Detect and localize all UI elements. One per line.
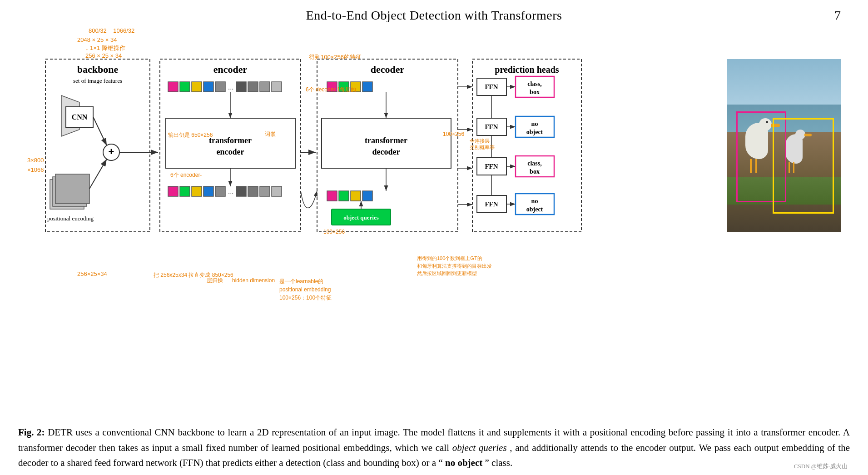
- svg-rect-39: [272, 186, 282, 196]
- page-title: End-to-End Object Detection with Transfo…: [306, 8, 562, 23]
- svg-rect-24: [248, 82, 258, 92]
- svg-rect-54: [351, 191, 361, 201]
- svg-rect-52: [327, 191, 337, 201]
- svg-rect-31: [180, 186, 190, 196]
- svg-text:class,: class,: [527, 80, 542, 87]
- annotation-100-features: 得到100×256的特征: [309, 54, 362, 61]
- svg-line-10: [89, 159, 107, 189]
- annotation-dimensions-top: 800/32 1066/32: [89, 27, 134, 35]
- svg-text:decoder: decoder: [372, 147, 400, 156]
- svg-rect-20: [203, 82, 213, 92]
- caption-italic: object queries: [452, 442, 507, 453]
- svg-text:FFN: FFN: [485, 200, 498, 208]
- svg-text:...: ...: [228, 83, 234, 91]
- svg-rect-85: [477, 195, 506, 213]
- svg-rect-6: [50, 180, 84, 209]
- svg-text:...: ...: [228, 187, 234, 195]
- svg-rect-25: [260, 82, 270, 92]
- svg-rect-76: [516, 116, 554, 137]
- annotation-quanlian: 全连接层类别概率等: [470, 138, 495, 151]
- svg-rect-49: [322, 118, 451, 168]
- svg-text:object queries: object queries: [343, 214, 379, 221]
- svg-rect-53: [339, 191, 349, 201]
- svg-text:prediction heads: prediction heads: [495, 65, 559, 75]
- svg-text:decoder: decoder: [371, 64, 405, 75]
- annotation-layernorm: 层归操 hidden dimension: [207, 277, 275, 285]
- annotation-size1: 2048 × 25 × 34: [77, 36, 117, 44]
- svg-rect-7: [53, 177, 87, 206]
- svg-text:encoder: encoder: [213, 64, 248, 75]
- svg-rect-32: [192, 186, 202, 196]
- svg-rect-82: [516, 156, 554, 177]
- svg-rect-34: [215, 186, 225, 196]
- svg-rect-23: [236, 82, 246, 92]
- svg-rect-15: [160, 59, 301, 232]
- page-header: End-to-End Object Detection with Transfo…: [0, 0, 868, 23]
- svg-text:FFN: FFN: [485, 163, 498, 170]
- svg-rect-30: [168, 186, 178, 196]
- svg-text:FFN: FFN: [485, 83, 498, 90]
- fig-label: Fig. 2:: [18, 427, 45, 438]
- svg-rect-43: [317, 59, 458, 232]
- svg-rect-17: [168, 82, 178, 92]
- svg-text:transformer: transformer: [209, 136, 252, 145]
- svg-rect-88: [516, 194, 554, 215]
- birds-photo: [727, 59, 841, 232]
- svg-text:object: object: [526, 206, 543, 213]
- svg-text:box: box: [530, 168, 540, 175]
- diagram-svg: backbone set of image features CNN + pos…: [18, 59, 590, 255]
- svg-rect-21: [215, 82, 225, 92]
- page-number: 7: [834, 8, 841, 23]
- svg-rect-38: [260, 186, 270, 196]
- svg-rect-19: [192, 82, 202, 92]
- caption-bold: no object: [445, 457, 482, 468]
- annotation-100x256: 100×256: [323, 229, 345, 236]
- annotation-size2: 256 × 25 × 34: [85, 52, 122, 60]
- svg-text:positional encoding: positional encoding: [47, 215, 94, 222]
- svg-rect-8: [55, 174, 89, 204]
- svg-marker-3: [61, 95, 79, 136]
- annotation-6-encoder: 6个 encoder-: [170, 172, 202, 179]
- annotation-256-bottom: 256×25×34: [77, 270, 107, 278]
- svg-rect-79: [477, 158, 506, 175]
- svg-text:class,: class,: [527, 160, 542, 167]
- svg-text:CNN: CNN: [72, 113, 88, 121]
- caption-area: Fig. 2: DETR uses a conventional CNN bac…: [18, 425, 850, 470]
- svg-rect-70: [516, 76, 554, 97]
- svg-text:encoder: encoder: [217, 147, 244, 156]
- annotation-3x800: 3×800×1066: [27, 156, 44, 175]
- caption-text3: ” class.: [485, 457, 513, 468]
- svg-rect-36: [236, 186, 246, 196]
- svg-text:box: box: [530, 89, 540, 95]
- svg-rect-4: [66, 107, 93, 127]
- svg-rect-26: [272, 82, 282, 92]
- svg-text:transformer: transformer: [365, 136, 407, 145]
- svg-text:object: object: [526, 129, 543, 135]
- svg-rect-55: [362, 191, 372, 201]
- annotation-learnable: 是一个learnable的positional embedding100×256…: [279, 277, 332, 302]
- svg-text:no: no: [531, 120, 538, 127]
- svg-line-9: [93, 117, 107, 145]
- svg-rect-48: [362, 82, 372, 92]
- svg-text:set of image features: set of image features: [73, 77, 122, 84]
- svg-text:FFN: FFN: [485, 123, 498, 130]
- annotation-decoder-100: 6个 decoder 1每层的: [306, 86, 356, 94]
- svg-rect-73: [477, 118, 506, 135]
- svg-rect-33: [203, 186, 213, 196]
- svg-rect-56: [332, 209, 391, 225]
- annotation-encoder-output: 输出仍是 650×256: [168, 132, 213, 139]
- annotation-1x1: ↓ 1×1 降维操作: [85, 45, 125, 52]
- svg-rect-67: [477, 78, 506, 95]
- annotation-hungarian: 用得到的100个数到框上GT的和匈牙利算法支撑得到的目标出发然后按区域回回到更新…: [417, 255, 492, 277]
- svg-rect-27: [166, 118, 295, 168]
- svg-rect-37: [248, 186, 258, 196]
- annotation-cianjian: 词嵌: [265, 131, 276, 138]
- watermark: CSDN @维苏·威火山: [794, 462, 848, 470]
- svg-point-11: [103, 144, 119, 160]
- svg-text:no: no: [531, 198, 538, 205]
- svg-rect-0: [45, 59, 150, 232]
- svg-text:backbone: backbone: [77, 64, 119, 75]
- svg-rect-18: [180, 82, 190, 92]
- annotation-100x256-pred: 100×256: [443, 131, 464, 138]
- svg-text:+: +: [109, 146, 114, 157]
